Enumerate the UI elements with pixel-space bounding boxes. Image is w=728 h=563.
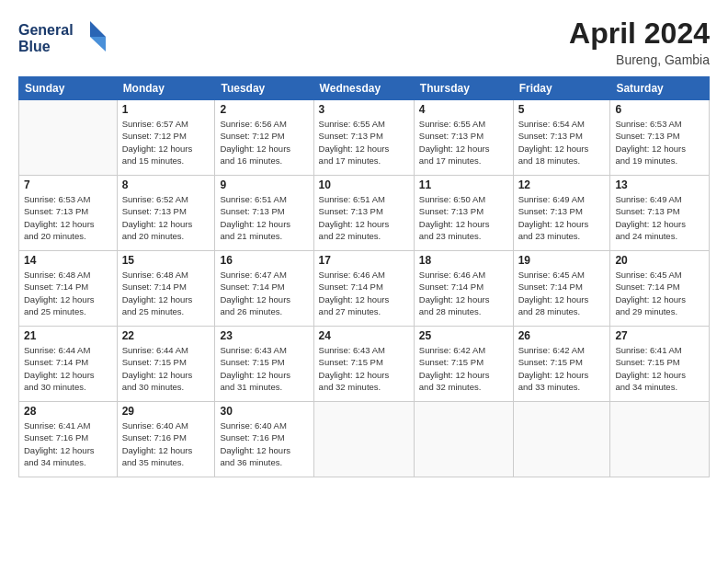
day-cell: 21Sunrise: 6:44 AM Sunset: 7:14 PM Dayli… xyxy=(19,327,118,402)
day-cell: 9Sunrise: 6:51 AM Sunset: 7:13 PM Daylig… xyxy=(215,176,313,251)
svg-text:General: General xyxy=(18,22,74,38)
day-cell: 19Sunrise: 6:45 AM Sunset: 7:14 PM Dayli… xyxy=(513,251,610,327)
day-number: 24 xyxy=(319,329,409,342)
day-number: 2 xyxy=(220,103,308,116)
day-number: 11 xyxy=(419,178,508,191)
day-info: Sunrise: 6:48 AM Sunset: 7:14 PM Dayligh… xyxy=(24,269,112,317)
day-info: Sunrise: 6:45 AM Sunset: 7:14 PM Dayligh… xyxy=(615,269,704,317)
day-number: 17 xyxy=(319,254,409,267)
day-info: Sunrise: 6:50 AM Sunset: 7:13 PM Dayligh… xyxy=(419,193,508,242)
day-header-thursday: Thursday xyxy=(414,77,513,100)
week-row-4: 21Sunrise: 6:44 AM Sunset: 7:14 PM Dayli… xyxy=(19,327,710,402)
month-title: April 2024 xyxy=(569,17,710,51)
week-row-3: 14Sunrise: 6:48 AM Sunset: 7:14 PM Dayli… xyxy=(19,251,710,327)
day-cell xyxy=(414,402,513,477)
day-number: 4 xyxy=(419,103,508,116)
location: Bureng, Gambia xyxy=(569,52,710,67)
day-cell: 18Sunrise: 6:46 AM Sunset: 7:14 PM Dayli… xyxy=(414,251,513,327)
day-number: 13 xyxy=(615,178,704,191)
day-cell: 3Sunrise: 6:55 AM Sunset: 7:13 PM Daylig… xyxy=(313,100,414,176)
day-info: Sunrise: 6:47 AM Sunset: 7:14 PM Dayligh… xyxy=(220,269,308,317)
day-number: 18 xyxy=(419,254,508,267)
day-number: 3 xyxy=(319,103,409,116)
day-cell: 17Sunrise: 6:46 AM Sunset: 7:14 PM Dayli… xyxy=(313,251,414,327)
day-cell: 14Sunrise: 6:48 AM Sunset: 7:14 PM Dayli… xyxy=(19,251,118,327)
day-cell: 12Sunrise: 6:49 AM Sunset: 7:13 PM Dayli… xyxy=(513,176,610,251)
svg-marker-3 xyxy=(90,37,106,52)
logo-svg: General Blue xyxy=(18,17,106,61)
day-info: Sunrise: 6:43 AM Sunset: 7:15 PM Dayligh… xyxy=(319,344,409,393)
day-number: 6 xyxy=(615,103,704,116)
week-row-5: 28Sunrise: 6:41 AM Sunset: 7:16 PM Dayli… xyxy=(19,402,710,477)
title-block: April 2024 Bureng, Gambia xyxy=(569,17,710,67)
day-header-sunday: Sunday xyxy=(19,77,118,100)
day-cell: 6Sunrise: 6:53 AM Sunset: 7:13 PM Daylig… xyxy=(610,100,710,176)
day-info: Sunrise: 6:55 AM Sunset: 7:13 PM Dayligh… xyxy=(419,118,508,167)
day-number: 27 xyxy=(615,329,704,342)
day-info: Sunrise: 6:45 AM Sunset: 7:14 PM Dayligh… xyxy=(518,269,606,317)
day-number: 14 xyxy=(24,254,112,267)
day-number: 29 xyxy=(122,405,210,418)
day-info: Sunrise: 6:44 AM Sunset: 7:14 PM Dayligh… xyxy=(24,344,112,393)
day-number: 12 xyxy=(518,178,606,191)
day-info: Sunrise: 6:40 AM Sunset: 7:16 PM Dayligh… xyxy=(122,419,210,468)
day-header-wednesday: Wednesday xyxy=(313,77,414,100)
day-info: Sunrise: 6:42 AM Sunset: 7:15 PM Dayligh… xyxy=(419,344,508,393)
day-info: Sunrise: 6:40 AM Sunset: 7:16 PM Dayligh… xyxy=(220,419,308,468)
day-cell: 28Sunrise: 6:41 AM Sunset: 7:16 PM Dayli… xyxy=(19,402,118,477)
day-cell xyxy=(313,402,414,477)
logo: General Blue xyxy=(18,17,106,64)
day-number: 15 xyxy=(122,254,210,267)
day-cell xyxy=(19,100,118,176)
logo-text-block: General Blue xyxy=(18,17,106,64)
day-number: 19 xyxy=(518,254,606,267)
day-cell: 5Sunrise: 6:54 AM Sunset: 7:13 PM Daylig… xyxy=(513,100,610,176)
day-header-friday: Friday xyxy=(513,77,610,100)
week-row-1: 1Sunrise: 6:57 AM Sunset: 7:12 PM Daylig… xyxy=(19,100,710,176)
day-info: Sunrise: 6:42 AM Sunset: 7:15 PM Dayligh… xyxy=(518,344,606,393)
day-header-monday: Monday xyxy=(117,77,215,100)
day-number: 9 xyxy=(220,178,308,191)
day-cell: 22Sunrise: 6:44 AM Sunset: 7:15 PM Dayli… xyxy=(117,327,215,402)
day-number: 20 xyxy=(615,254,704,267)
day-info: Sunrise: 6:48 AM Sunset: 7:14 PM Dayligh… xyxy=(122,269,210,317)
day-cell: 4Sunrise: 6:55 AM Sunset: 7:13 PM Daylig… xyxy=(414,100,513,176)
day-number: 30 xyxy=(220,405,308,418)
day-cell: 25Sunrise: 6:42 AM Sunset: 7:15 PM Dayli… xyxy=(414,327,513,402)
header: General Blue April 2024 Bureng, Gambia xyxy=(18,17,710,67)
calendar-table: SundayMondayTuesdayWednesdayThursdayFrid… xyxy=(18,76,710,477)
day-number: 23 xyxy=(220,329,308,342)
svg-marker-2 xyxy=(90,21,106,37)
day-cell: 11Sunrise: 6:50 AM Sunset: 7:13 PM Dayli… xyxy=(414,176,513,251)
day-cell: 2Sunrise: 6:56 AM Sunset: 7:12 PM Daylig… xyxy=(215,100,313,176)
day-cell: 13Sunrise: 6:49 AM Sunset: 7:13 PM Dayli… xyxy=(610,176,710,251)
day-number: 26 xyxy=(518,329,606,342)
day-cell: 29Sunrise: 6:40 AM Sunset: 7:16 PM Dayli… xyxy=(117,402,215,477)
day-info: Sunrise: 6:46 AM Sunset: 7:14 PM Dayligh… xyxy=(319,269,409,317)
day-info: Sunrise: 6:53 AM Sunset: 7:13 PM Dayligh… xyxy=(24,193,112,242)
day-cell: 16Sunrise: 6:47 AM Sunset: 7:14 PM Dayli… xyxy=(215,251,313,327)
day-number: 10 xyxy=(319,178,409,191)
day-number: 28 xyxy=(24,405,112,418)
day-number: 5 xyxy=(518,103,606,116)
day-cell: 8Sunrise: 6:52 AM Sunset: 7:13 PM Daylig… xyxy=(117,176,215,251)
day-info: Sunrise: 6:46 AM Sunset: 7:14 PM Dayligh… xyxy=(419,269,508,317)
day-number: 7 xyxy=(24,178,112,191)
page: General Blue April 2024 Bureng, Gambia S… xyxy=(0,0,728,563)
day-cell: 1Sunrise: 6:57 AM Sunset: 7:12 PM Daylig… xyxy=(117,100,215,176)
day-info: Sunrise: 6:54 AM Sunset: 7:13 PM Dayligh… xyxy=(518,118,606,167)
day-info: Sunrise: 6:51 AM Sunset: 7:13 PM Dayligh… xyxy=(220,193,308,242)
day-info: Sunrise: 6:51 AM Sunset: 7:13 PM Dayligh… xyxy=(319,193,409,242)
svg-text:Blue: Blue xyxy=(18,39,51,54)
day-header-saturday: Saturday xyxy=(610,77,710,100)
day-info: Sunrise: 6:41 AM Sunset: 7:15 PM Dayligh… xyxy=(615,344,704,393)
day-info: Sunrise: 6:56 AM Sunset: 7:12 PM Dayligh… xyxy=(220,118,308,167)
day-info: Sunrise: 6:53 AM Sunset: 7:13 PM Dayligh… xyxy=(615,118,704,167)
day-info: Sunrise: 6:41 AM Sunset: 7:16 PM Dayligh… xyxy=(24,419,112,468)
day-cell xyxy=(610,402,710,477)
day-header-tuesday: Tuesday xyxy=(215,77,313,100)
day-number: 21 xyxy=(24,329,112,342)
day-number: 22 xyxy=(122,329,210,342)
day-info: Sunrise: 6:49 AM Sunset: 7:13 PM Dayligh… xyxy=(518,193,606,242)
header-row: SundayMondayTuesdayWednesdayThursdayFrid… xyxy=(19,77,710,100)
